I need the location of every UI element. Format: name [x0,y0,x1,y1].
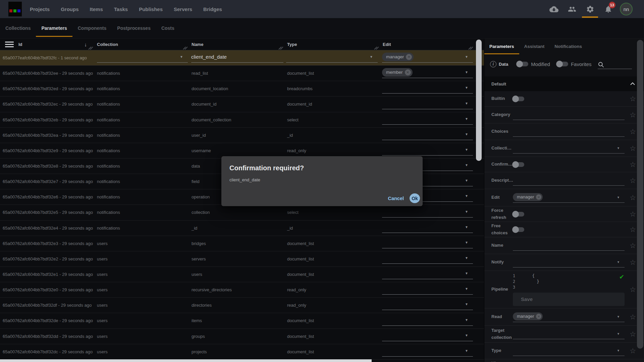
edit-roles-select[interactable]: ▼ [382,237,473,248]
users-icon-button[interactable] [563,0,581,18]
edit-roles-select[interactable]: ▼ [382,129,473,140]
column-resize-handle[interactable] [374,46,379,50]
name-input[interactable] [513,241,625,251]
collection-select[interactable]: ▼ [97,51,188,63]
role-chip[interactable]: manager× [513,312,543,320]
favorite-star-icon[interactable]: ☆ [625,95,636,103]
favorite-star-icon[interactable]: ☆ [625,258,636,266]
chip-remove-icon[interactable]: × [536,314,541,319]
chip-remove-icon[interactable]: × [405,69,411,75]
table-row[interactable]: 65a00762afc604bb7bdf32de - 29 seconds ag… [0,313,484,328]
settings-icon-button[interactable] [581,0,599,18]
choices-input[interactable] [513,127,625,137]
force-refresh-toggle[interactable] [513,212,524,217]
table-row[interactable]: 65a00762afc604bb7bdf32ec - 29 seconds ag… [0,97,484,112]
avatar[interactable]: nn [620,3,633,15]
notify-select[interactable]: ▼ [513,257,625,267]
tab-parameters[interactable]: Parameters [36,18,72,38]
edit-roles-select[interactable]: manager×▼ [382,51,473,63]
edit-roles-select[interactable]: ▼ [382,144,473,156]
table-row[interactable]: 65a00762afc604bb7bdf32ee - 29 seconds ag… [0,66,484,81]
sidebar-scrollbar[interactable] [637,40,643,349]
edit-roles-select[interactable]: member×▼ [382,67,473,78]
column-resize-handle[interactable] [468,46,473,50]
nav-item-groups[interactable]: Groups [61,6,78,12]
descript-input[interactable] [513,176,625,186]
favorite-star-icon[interactable]: ☆ [625,128,636,136]
name-input[interactable]: client_end_date [191,51,283,63]
sidebar-search-input[interactable] [598,59,632,69]
column-header-id[interactable]: Id↓ [0,39,95,50]
free-choices-toggle[interactable] [513,227,524,232]
favorite-star-icon[interactable]: ☆ [625,330,636,338]
table-row[interactable]: 65a00762afc604bb7bdf32dc - 29 seconds ag… [0,344,484,360]
role-chip[interactable]: member× [382,68,413,77]
builtin-toggle[interactable] [513,97,524,101]
favorite-star-icon[interactable]: ☆ [625,194,636,202]
favorite-star-icon[interactable]: ☆ [625,347,636,355]
chip-remove-icon[interactable]: × [406,54,412,60]
table-row[interactable]: 65a00762afc604bb7bdf32ea - 29 seconds ag… [0,128,484,143]
favorite-star-icon[interactable]: ☆ [625,286,636,294]
edit-roles-select[interactable]: ▼ [382,314,473,326]
edit-roles-select[interactable]: ▼ [382,98,473,109]
favorite-star-icon[interactable]: ☆ [625,313,636,321]
edit-roles-select[interactable]: ▼ [382,222,473,233]
table-horizontal-scrollbar[interactable] [0,359,372,362]
code-editor[interactable]: 123 { } ✔ [513,273,625,290]
column-resize-handle[interactable] [278,46,283,50]
table-row[interactable]: 65a00762afc604bb7bdf32eb - 29 seconds ag… [0,112,484,128]
edit-roles-select[interactable]: ▼ [382,82,473,94]
favorite-star-icon[interactable]: ☆ [625,161,636,169]
table-row[interactable]: 65a00762afc604bb7bdf32dd - 29 seconds ag… [0,329,484,344]
favorite-star-icon[interactable]: ☆ [625,242,636,250]
column-header-type[interactable]: Type [285,39,381,50]
sidebar-tab-assistant[interactable]: Assistant [519,39,550,54]
app-logo[interactable] [8,2,22,16]
table-row[interactable]: 65a00762afc604bb7bdf32e5 - 29 seconds ag… [0,205,484,220]
notifications-bell-icon-button[interactable]: 13 [599,0,617,18]
nav-item-tasks[interactable]: Tasks [114,6,128,12]
column-header-collection[interactable]: Collection [95,39,190,50]
sidebar-tab-parameters[interactable]: Parameters [484,39,519,54]
table-row[interactable]: 65a00762afc604bb7bdf32e4 - 29 seconds ag… [0,221,484,236]
table-vertical-scrollbar[interactable] [476,40,482,161]
table-row[interactable]: 65a00762afc604bb7bdf32e3 - 29 seconds ag… [0,236,484,251]
nav-item-items[interactable]: Items [90,6,103,12]
edit-roles-select[interactable]: ▼ [382,299,473,310]
column-header-name[interactable]: Name [190,39,285,50]
target-collection-select[interactable]: ▼ [513,329,625,339]
tab-components[interactable]: Components [72,18,112,38]
edit-roles-select[interactable]: ▼ [382,283,473,295]
column-resize-handle[interactable] [183,46,187,50]
role-chip[interactable]: manager× [513,193,543,201]
default-section-header[interactable]: Default [484,76,644,91]
favorite-star-icon[interactable]: ☆ [625,210,636,218]
cloud-download-icon-button[interactable] [545,0,563,18]
type-select[interactable]: ▼ [513,346,625,356]
read-select[interactable]: manager×▼ [513,312,625,322]
table-row[interactable]: 65a00762afc604bb7bdf32ed - 29 seconds ag… [0,81,484,97]
table-row[interactable]: 65a0077eafc604bb7bdf32fc - 1 second ago▼… [0,50,484,66]
role-chip[interactable]: manager× [382,53,414,61]
tab-postprocesses[interactable]: Postprocesses [112,18,156,38]
tab-collections[interactable]: Collections [0,18,36,38]
favorite-star-icon[interactable]: ☆ [625,111,636,119]
edit-roles-select[interactable]: ▼ [382,345,473,357]
edit-roles-select[interactable]: ▼ [382,268,473,279]
chevron-up-icon[interactable] [630,82,635,85]
save-button[interactable]: Save [513,293,625,306]
chip-remove-icon[interactable]: × [536,194,541,200]
menu-hamburger-icon[interactable] [5,42,14,49]
column-resize-handle[interactable] [88,46,93,50]
favorite-star-icon[interactable]: ☆ [625,177,636,185]
sidebar-tab-notifications[interactable]: Notifications [549,39,587,54]
nav-item-servers[interactable]: Servers [174,6,192,12]
confirm-toggle[interactable] [513,162,524,167]
table-row[interactable]: 65a00762afc604bb7bdf32e1 - 29 seconds ag… [0,267,484,282]
nav-item-projects[interactable]: Projects [30,6,50,12]
edit-roles-select[interactable]: ▼ [382,252,473,264]
table-row[interactable]: 65a00762afc604bb7bdf32e2 - 29 seconds ag… [0,251,484,267]
nav-item-bridges[interactable]: Bridges [203,6,222,12]
edit-select[interactable]: manager×▼ [513,193,625,203]
